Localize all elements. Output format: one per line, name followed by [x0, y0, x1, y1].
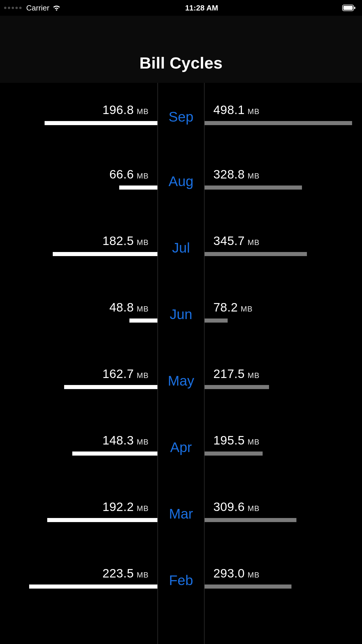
cycle-left: 66.6 MB — [0, 145, 157, 212]
cycle-left-value: 148.3 — [102, 433, 134, 447]
cycle-left: 48.8 MB — [0, 278, 157, 345]
cycle-left-bar — [53, 252, 157, 256]
cycle-left-unit: MB — [137, 304, 149, 314]
cycle-left-label: 182.5 MB — [102, 234, 157, 248]
cycle-right-bar — [205, 252, 307, 256]
cycle-left-unit: MB — [137, 172, 149, 181]
cycle-month[interactable]: Aug — [158, 168, 204, 189]
cycle-left-bar — [47, 518, 157, 522]
cycle-right-label: 345.7 MB — [205, 234, 260, 248]
cycle-left-bar — [64, 385, 157, 389]
cycle-left: 192.2 MB — [0, 478, 157, 544]
cycle-right-value: 195.5 — [213, 433, 245, 447]
cycle-right-label: 293.0 MB — [205, 566, 260, 580]
cycle-left: 196.8 MB — [0, 83, 157, 145]
cycle-row[interactable]: 223.5 MB Feb 293.0 MB — [0, 544, 362, 611]
cycle-right: 293.0 MB — [205, 544, 362, 611]
cycle-right: 498.1 MB — [205, 83, 362, 145]
cycle-right-unit: MB — [248, 107, 260, 116]
cycle-right-label: 328.8 MB — [205, 167, 260, 181]
cycle-right-unit: MB — [248, 570, 260, 580]
cycle-left-label: 196.8 MB — [102, 103, 157, 117]
cycle-right: 309.6 MB — [205, 478, 362, 544]
cycle-month[interactable]: Apr — [158, 434, 204, 455]
cycle-left: 182.5 MB — [0, 212, 157, 278]
cycle-left-label: 223.5 MB — [102, 566, 157, 580]
cycle-right-label: 78.2 MB — [205, 300, 253, 314]
cycle-right-unit: MB — [248, 238, 260, 247]
cycle-left-value: 182.5 — [102, 234, 134, 248]
cycle-right-unit: MB — [248, 371, 260, 380]
cycle-right-bar — [205, 385, 269, 389]
cycle-left-bar — [29, 584, 157, 589]
cycle-month[interactable]: Jun — [158, 301, 204, 322]
cycle-right-value: 217.5 — [213, 367, 245, 381]
cycle-row[interactable]: 182.5 MB Jul 345.7 MB — [0, 212, 362, 278]
cycle-row[interactable]: 196.8 MB Sep 498.1 MB — [0, 83, 362, 145]
cycle-right: 328.8 MB — [205, 145, 362, 212]
svg-rect-2 — [354, 7, 355, 9]
cycle-right-unit: MB — [248, 504, 260, 513]
cycle-left-label: 192.2 MB — [102, 500, 157, 514]
cycle-right-bar — [205, 186, 302, 190]
cycle-left: 148.3 MB — [0, 411, 157, 478]
cycle-row[interactable]: 148.3 MB Apr 195.5 MB — [0, 411, 362, 478]
cycle-left: 162.7 MB — [0, 345, 157, 411]
cycle-left-label: 148.3 MB — [102, 433, 157, 447]
cycle-right-value: 498.1 — [213, 103, 245, 117]
cycle-left-value: 66.6 — [109, 167, 134, 181]
cycle-left-bar — [119, 186, 157, 190]
cycle-right-bar — [205, 452, 263, 456]
cycle-right-value: 345.7 — [213, 234, 245, 248]
cycle-left-unit: MB — [137, 371, 149, 380]
cycle-row[interactable]: 192.2 MB Mar 309.6 MB — [0, 478, 362, 544]
cycle-left-unit: MB — [137, 107, 149, 116]
cycle-right-value: 328.8 — [213, 167, 245, 181]
cycle-right-bar — [205, 584, 291, 589]
cycle-right: 345.7 MB — [205, 212, 362, 278]
bill-cycles-list[interactable]: 196.8 MB Sep 498.1 MB 66.6 MB Aug 328.8 … — [0, 83, 362, 644]
cycle-right-unit: MB — [248, 438, 260, 447]
cycle-right-value: 309.6 — [213, 500, 245, 514]
cycle-right-unit: MB — [248, 172, 260, 181]
cycle-right-bar — [205, 518, 296, 522]
cycle-right-unit: MB — [241, 304, 253, 314]
wifi-icon — [52, 4, 61, 11]
cycle-left-value: 162.7 — [102, 367, 134, 381]
cycle-month[interactable]: Mar — [158, 501, 204, 522]
cycle-left-label: 162.7 MB — [102, 367, 157, 381]
cycle-month[interactable]: Sep — [158, 104, 204, 125]
cycle-left-value: 196.8 — [102, 103, 134, 117]
cycle-right: 217.5 MB — [205, 345, 362, 411]
cycle-right: 195.5 MB — [205, 411, 362, 478]
cycle-left: 223.5 MB — [0, 544, 157, 611]
cycle-left-unit: MB — [137, 570, 149, 580]
cycle-left-value: 223.5 — [102, 566, 134, 580]
cycle-right-value: 293.0 — [213, 566, 245, 580]
cycle-right-bar — [205, 318, 228, 323]
cycle-left-unit: MB — [137, 438, 149, 447]
cycle-month[interactable]: Jul — [158, 235, 204, 256]
cycle-right-label: 217.5 MB — [205, 367, 260, 381]
cycle-left-unit: MB — [137, 238, 149, 247]
cycle-row[interactable]: 48.8 MB Jun 78.2 MB — [0, 278, 362, 345]
status-bar: Carrier 11:28 AM — [0, 0, 362, 16]
cycle-row[interactable]: 162.7 MB May 217.5 MB — [0, 345, 362, 411]
cycle-month[interactable]: Feb — [158, 567, 204, 588]
cycle-row[interactable]: 66.6 MB Aug 328.8 MB — [0, 145, 362, 212]
cycle-right: 78.2 MB — [205, 278, 362, 345]
cycle-month[interactable]: May — [158, 368, 204, 389]
page-title: Bill Cycles — [139, 53, 222, 72]
cycle-right-label: 498.1 MB — [205, 103, 260, 117]
cycle-right-label: 195.5 MB — [205, 433, 260, 447]
carrier-label: Carrier — [26, 4, 49, 13]
cycle-left-value: 48.8 — [109, 300, 134, 314]
battery-icon — [342, 5, 356, 11]
status-time: 11:28 AM — [185, 4, 218, 13]
cycle-left-bar — [129, 318, 157, 323]
svg-rect-1 — [343, 6, 353, 10]
cycle-left-bar — [72, 452, 157, 456]
header: Bill Cycles — [0, 16, 362, 83]
cycle-left-label: 48.8 MB — [109, 300, 157, 314]
cycle-left-unit: MB — [137, 504, 149, 513]
